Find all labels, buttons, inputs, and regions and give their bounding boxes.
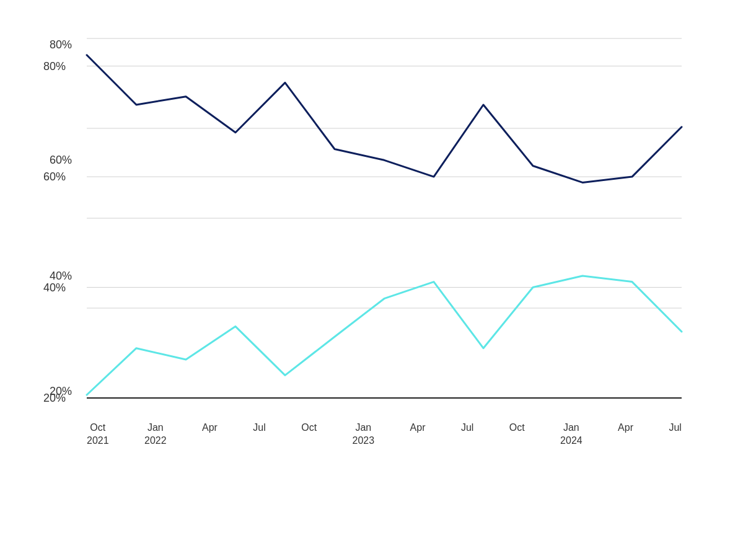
x-label-jul2022: Jul [253,422,265,448]
x-label-jan2024: Jan2024 [560,422,582,448]
y-label-20: 20% [50,385,72,398]
x-label-apr2022: Apr [202,422,218,448]
y-axis: 80% 60% 40% 20% [50,38,72,398]
x-label-jul2023: Jul [461,422,473,448]
x-label-oct2022: Oct [301,422,317,448]
x-label-jul2024: Jul [669,422,681,448]
chart-svg [87,38,682,398]
larger-businesses-line [87,55,682,183]
chart-area: 80% 60% 40% 20% [87,38,682,398]
chart-container: 80% 60% 40% 20% [37,20,719,528]
y-label-40: 40% [50,270,72,283]
x-axis: Oct2021 Jan2022 Apr Jul Oct Jan2023 Apr … [87,422,682,448]
x-label-oct2023: Oct [509,422,525,448]
y-label-60: 60% [50,154,72,167]
x-label-jan2023: Jan2023 [353,422,375,448]
x-label-apr2024: Apr [618,422,633,448]
x-label-oct2021: Oct2021 [87,422,109,448]
x-label-apr2023: Apr [410,422,426,448]
small-businesses-line [87,276,682,395]
x-label-jan2022: Jan2022 [144,422,167,448]
y-label-80: 80% [50,38,72,51]
